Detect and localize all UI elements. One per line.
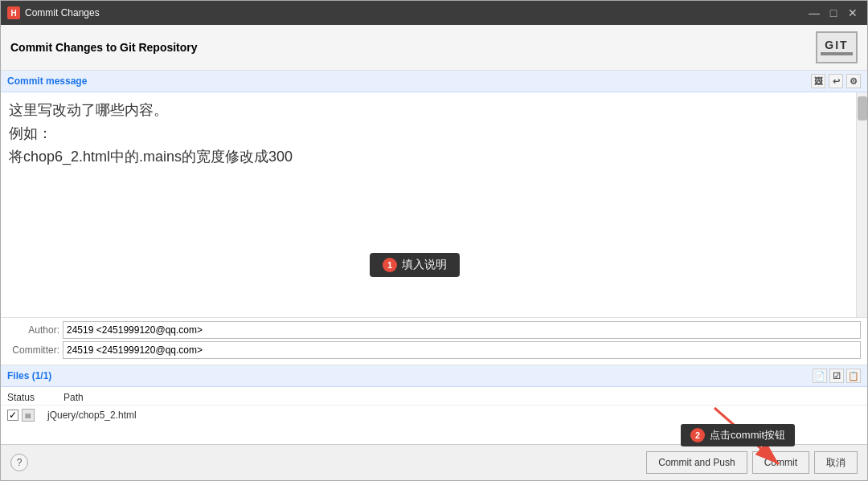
- commit-message-input[interactable]: 这里写改动了哪些内容。 例如： 将chop6_2.html中的.mains的宽度…: [1, 92, 856, 317]
- window-header: Commit Changes to Git Repository GIT: [1, 25, 867, 71]
- files-section-header: Files (1/1) 📄 ☑ 📋: [1, 365, 867, 387]
- commit-button[interactable]: Commit: [752, 451, 809, 474]
- main-content: Commit message 🖼 ↩ ⚙ 这里写改动了哪些内容。 例如： 将ch…: [1, 71, 867, 444]
- table-row: ✓ ▤ jQuery/chop5_2.html: [1, 407, 867, 423]
- toolbar-icon-1[interactable]: 🖼: [811, 74, 825, 88]
- title-bar-left: H Commit Changes: [7, 6, 100, 19]
- author-row: Author:: [7, 321, 861, 339]
- minimize-button[interactable]: —: [806, 5, 822, 21]
- author-input[interactable]: [63, 321, 861, 339]
- main-window: H Commit Changes — □ ✕ Commit Changes to…: [0, 0, 868, 481]
- files-column-headers: Status Path: [1, 390, 867, 406]
- git-logo: GIT: [816, 31, 858, 63]
- git-logo-bar: [821, 52, 853, 55]
- bottom-bar: ? 2 点击commit按钮 Commit and Push: [1, 444, 867, 480]
- committer-label: Committer:: [7, 344, 59, 356]
- section-toolbar: 🖼 ↩ ⚙: [811, 74, 861, 88]
- col-path-header: Path: [63, 392, 861, 403]
- window-title: Commit Changes: [25, 7, 100, 18]
- commit-message-area: 这里写改动了哪些内容。 例如： 将chop6_2.html中的.mains的宽度…: [1, 92, 867, 317]
- file-status-cell: ✓ ▤: [7, 409, 47, 422]
- files-icon-2[interactable]: ☑: [829, 369, 844, 383]
- bottom-left: ?: [10, 454, 28, 471]
- col-status-header: Status: [7, 392, 63, 403]
- maximize-button[interactable]: □: [825, 5, 841, 21]
- author-label: Author:: [7, 324, 59, 336]
- commit-message-section-header: Commit message 🖼 ↩ ⚙: [1, 71, 867, 92]
- committer-input[interactable]: [63, 341, 861, 359]
- git-logo-text: GIT: [825, 39, 848, 51]
- toolbar-icon-2[interactable]: ↩: [829, 74, 843, 88]
- tooltip-step1: 1 填入说明: [370, 253, 460, 277]
- help-button[interactable]: ?: [10, 454, 28, 471]
- toolbar-icon-3[interactable]: ⚙: [846, 74, 861, 88]
- files-label: Files (1/1): [7, 370, 51, 381]
- committer-row: Committer:: [7, 341, 861, 359]
- step1-number: 1: [383, 258, 397, 272]
- files-table: Status Path ✓ ▤ jQuery/chop5_2.html: [1, 387, 867, 444]
- file-checkbox[interactable]: ✓: [7, 410, 18, 421]
- files-section: Files (1/1) 📄 ☑ 📋 Status Path ✓ ▤: [1, 365, 867, 444]
- scrollbar-thumb: [858, 96, 867, 120]
- file-type-icon: ▤: [22, 409, 35, 422]
- title-bar-controls: — □ ✕: [806, 5, 861, 21]
- dialog-title: Commit Changes to Git Repository: [10, 41, 198, 54]
- vertical-scrollbar[interactable]: [856, 92, 867, 317]
- cancel-button[interactable]: 取消: [814, 451, 858, 474]
- close-button[interactable]: ✕: [845, 5, 861, 21]
- file-path: jQuery/chop5_2.html: [47, 410, 137, 421]
- commit-message-label: Commit message: [7, 75, 87, 87]
- tooltip1-text: 填入说明: [402, 258, 447, 272]
- files-toolbar: 📄 ☑ 📋: [813, 369, 861, 383]
- app-icon: H: [7, 6, 20, 19]
- bottom-right: Commit and Push Commit 取消: [646, 451, 858, 474]
- fields-area: Author: Committer:: [1, 317, 867, 365]
- title-bar: H Commit Changes — □ ✕: [1, 1, 867, 25]
- files-icon-1[interactable]: 📄: [813, 369, 827, 383]
- files-icon-3[interactable]: 📋: [846, 369, 861, 383]
- commit-and-push-button[interactable]: Commit and Push: [646, 451, 747, 474]
